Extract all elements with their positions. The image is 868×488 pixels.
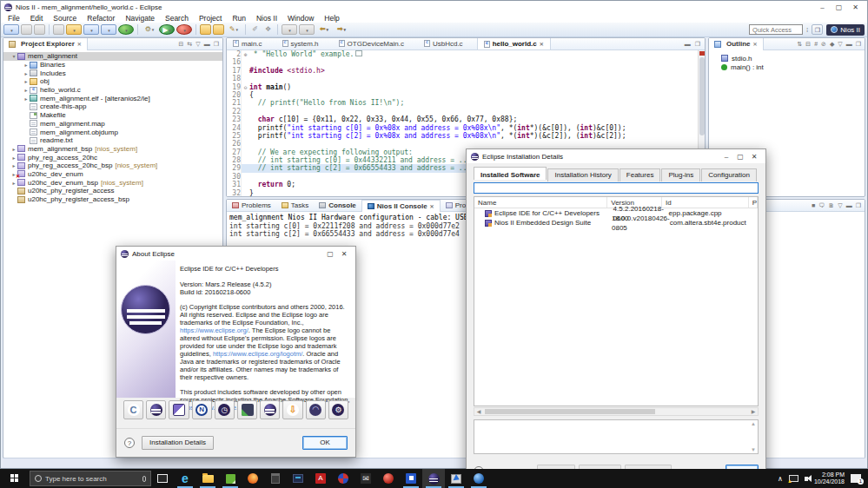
expand-arrow-icon[interactable]: ▸ bbox=[23, 78, 30, 84]
run-icon[interactable]: ▶ bbox=[159, 24, 175, 35]
red-app-button[interactable] bbox=[377, 469, 400, 488]
tree-item[interactable]: ▸Includes bbox=[3, 69, 222, 77]
minimize-panel-icon[interactable]: ▬ bbox=[204, 41, 210, 48]
open-resource-icon[interactable] bbox=[213, 24, 224, 35]
tab-problems[interactable]: Problems bbox=[227, 200, 276, 212]
expand-arrow-icon[interactable]: ▸ bbox=[10, 155, 17, 161]
tab-outline[interactable]: Outline ✕ bbox=[709, 38, 764, 50]
minimize-panel-icon[interactable]: ▬ bbox=[685, 41, 691, 48]
pin-console-icon[interactable]: 🗨 bbox=[818, 202, 825, 209]
open-perspective-icon[interactable]: ❐ bbox=[812, 24, 823, 35]
update-feature-button[interactable]: ⇩ bbox=[282, 400, 302, 419]
tree-item[interactable]: create-this-app bbox=[3, 102, 222, 111]
start-button[interactable] bbox=[0, 469, 30, 488]
tree-item[interactable]: ▸hello_world.c bbox=[3, 86, 222, 95]
folded-region-icon[interactable] bbox=[355, 50, 362, 56]
media-feature-button[interactable] bbox=[237, 400, 257, 419]
tree-item[interactable]: ▸Binaries bbox=[3, 61, 222, 69]
expand-arrow-icon[interactable]: ▸ bbox=[23, 96, 30, 102]
open-folder-icon[interactable] bbox=[200, 24, 211, 35]
back-icon[interactable]: ⬅ bbox=[316, 24, 332, 35]
title-bar[interactable]: Nios II - mem_alignment/hello_world.c - … bbox=[1, 1, 867, 13]
last-edit-icon[interactable] bbox=[282, 24, 297, 35]
new-icon[interactable] bbox=[3, 24, 19, 35]
tree-item[interactable]: ▸phy_reg_access_20hc bbox=[3, 153, 222, 162]
table-row[interactable]: Nios II Embedded Design Suite 18.0.0.v20… bbox=[474, 218, 758, 228]
settings-icon[interactable]: ⚙ bbox=[142, 24, 157, 35]
installation-details-button[interactable]: Installation Details bbox=[142, 436, 214, 450]
close-tab-icon[interactable]: ✕ bbox=[430, 203, 434, 209]
column-provider[interactable]: P bbox=[749, 197, 758, 208]
network-icon[interactable] bbox=[789, 475, 798, 482]
sort-icon[interactable]: ⇅ bbox=[797, 41, 802, 48]
minimize-panel-icon[interactable]: ▬ bbox=[846, 202, 852, 209]
menu-refactor[interactable]: Refactor bbox=[82, 14, 120, 23]
tab-configuration[interactable]: Configuration bbox=[701, 168, 757, 181]
edge-button[interactable]: e bbox=[174, 469, 196, 488]
tab-tasks[interactable]: Tasks bbox=[276, 200, 314, 212]
toolbar-overflow-icon[interactable]: ⁞ bbox=[806, 26, 808, 34]
maximize-icon[interactable]: ▢ bbox=[831, 3, 847, 11]
action-center-icon[interactable]: 1 bbox=[851, 474, 861, 483]
cdt-feature-button[interactable]: C bbox=[123, 400, 143, 419]
tree-item[interactable]: Makefile bbox=[3, 111, 222, 120]
debug-icon[interactable] bbox=[118, 24, 134, 35]
tab-hello-world-c[interactable]: hello_world.c✕ bbox=[477, 37, 551, 49]
menu-search[interactable]: Search bbox=[160, 14, 194, 23]
tree-item[interactable]: ▸u20hc_dev_enum_bsp[nios_system] bbox=[3, 178, 222, 187]
hide-nonpublic-icon[interactable]: ◆ bbox=[830, 41, 834, 48]
link-icon[interactable] bbox=[53, 24, 64, 35]
tree-item[interactable]: ▸mem_alignment_bsp[nios_system] bbox=[3, 145, 222, 154]
mylyn-feature-button[interactable] bbox=[169, 400, 189, 419]
minimize-icon[interactable]: – bbox=[719, 153, 733, 161]
tab-installed-software[interactable]: Installed Software bbox=[474, 167, 547, 180]
column-id[interactable]: Id bbox=[662, 197, 749, 208]
menu-file[interactable]: File bbox=[3, 14, 25, 23]
menu-window[interactable]: Window bbox=[282, 14, 319, 23]
tray-expand-icon[interactable]: ∧ bbox=[778, 475, 783, 483]
quartus-button[interactable] bbox=[332, 469, 354, 488]
menu-nios[interactable]: Nios II bbox=[251, 14, 282, 23]
scroll-down-icon[interactable]: ▼ bbox=[750, 447, 757, 452]
tab-main-c[interactable]: main.c bbox=[227, 37, 268, 49]
outline-item[interactable]: stdio.h bbox=[721, 54, 865, 63]
tree-item[interactable]: readme.txt bbox=[3, 136, 222, 145]
close-icon[interactable]: ✕ bbox=[847, 3, 864, 11]
clock-feature-button[interactable]: ◷ bbox=[215, 400, 235, 419]
maximize-panel-icon[interactable]: ❐ bbox=[214, 41, 219, 48]
tree-item[interactable]: u20hc_phy_register_access_bsp bbox=[3, 195, 222, 204]
annotation-next-icon[interactable] bbox=[299, 24, 315, 35]
scroll-right-icon[interactable]: ▶ bbox=[749, 408, 758, 415]
menu-edit[interactable]: Edit bbox=[25, 14, 49, 23]
open-console-icon[interactable]: 🗎 bbox=[828, 202, 834, 209]
tab-system-h[interactable]: system.h bbox=[276, 37, 325, 49]
close-icon[interactable]: ✕ bbox=[77, 41, 82, 47]
maximize-panel-icon[interactable]: ❐ bbox=[856, 41, 861, 48]
tab-project-explorer[interactable]: Project Explorer ✕ bbox=[3, 38, 88, 50]
expand-arrow-icon[interactable]: ▸ bbox=[10, 146, 17, 152]
mark-occurrences-icon[interactable]: ❖ bbox=[262, 24, 274, 35]
tab-console[interactable]: Console bbox=[314, 200, 361, 212]
dialog-title-bar[interactable]: About Eclipse ▢ ✕ bbox=[116, 247, 355, 260]
file-explorer-button[interactable] bbox=[196, 469, 219, 488]
calculator-button[interactable] bbox=[264, 469, 287, 488]
tree-item[interactable]: ▸obj bbox=[3, 77, 222, 86]
profile-icon[interactable] bbox=[176, 24, 192, 35]
tree-item[interactable]: ▸u20hc_dev_enum bbox=[3, 170, 222, 179]
ok-button[interactable]: OK bbox=[302, 436, 348, 450]
notes-app-button[interactable] bbox=[219, 469, 242, 488]
close-icon[interactable]: ✕ bbox=[747, 153, 761, 161]
column-name[interactable]: Name bbox=[474, 197, 607, 208]
eclipse-platform-button[interactable] bbox=[146, 400, 166, 419]
expand-arrow-icon[interactable]: ▸ bbox=[23, 87, 30, 93]
menu-help[interactable]: Help bbox=[319, 14, 344, 23]
tab-plug-ins[interactable]: Plug-ins bbox=[661, 168, 700, 181]
tab-usbhcd-c[interactable]: UsbHcd.c bbox=[418, 37, 469, 49]
tab-otgdevicemain-c[interactable]: OTGDeviceMain.c bbox=[333, 37, 410, 49]
firefox-button[interactable] bbox=[242, 469, 264, 488]
platform-feature-button[interactable] bbox=[260, 400, 280, 419]
filter-input[interactable] bbox=[474, 182, 759, 194]
close-tab-icon[interactable]: ✕ bbox=[540, 41, 544, 47]
tree-item[interactable]: mem_alignment.map bbox=[3, 120, 222, 129]
minimize-panel-icon[interactable]: ▬ bbox=[846, 41, 852, 48]
